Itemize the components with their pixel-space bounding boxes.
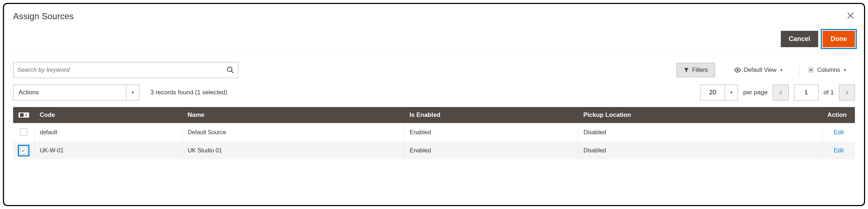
columns-label: Columns — [817, 67, 840, 73]
edit-link[interactable]: Edit — [834, 129, 844, 135]
assign-sources-modal: Assign Sources Cancel Done Filters — [3, 3, 865, 206]
actions-dropdown[interactable]: Actions ▼ — [13, 85, 140, 101]
chevron-down-icon: ▼ — [25, 113, 28, 117]
modal-header: Assign Sources — [13, 11, 855, 21]
toolbar-right: Filters Default View ▼ Columns ▼ — [677, 63, 855, 77]
header-pickup[interactable]: Pickup Location — [578, 107, 822, 123]
search-box[interactable] — [13, 62, 238, 78]
next-page-button[interactable] — [839, 85, 855, 101]
chevron-down-icon: ▼ — [843, 68, 847, 72]
per-page-label: per page — [743, 89, 767, 96]
actions-label: Actions — [13, 85, 126, 100]
cell-pickup: Disabled — [578, 142, 822, 159]
header-action: Action — [822, 107, 855, 123]
row-checkbox[interactable] — [20, 147, 27, 154]
modal-title: Assign Sources — [13, 11, 74, 21]
row-checkbox[interactable] — [20, 128, 27, 135]
header-name[interactable]: Name — [182, 107, 404, 123]
cell-code: UK-W-01 — [35, 142, 182, 159]
search-icon[interactable] — [226, 66, 234, 74]
filters-button[interactable]: Filters — [677, 63, 715, 77]
default-view-dropdown[interactable]: Default View ▼ — [726, 63, 791, 77]
svg-point-2 — [736, 69, 738, 71]
done-button[interactable]: Done — [823, 31, 855, 47]
page-size-input[interactable] — [700, 85, 725, 101]
records-count: 3 records found (1 selected) — [150, 89, 227, 96]
cell-enabled: Enabled — [404, 142, 578, 159]
svg-line-1 — [231, 71, 234, 73]
cancel-button[interactable]: Cancel — [781, 31, 818, 47]
header-enabled[interactable]: Is Enabled — [404, 107, 578, 123]
filters-label: Filters — [692, 67, 708, 73]
chevron-down-icon: ▼ — [779, 68, 783, 72]
gear-icon — [808, 67, 814, 73]
select-all-header[interactable]: ▼ — [13, 107, 35, 123]
edit-link[interactable]: Edit — [834, 147, 844, 153]
chevron-down-icon: ▼ — [725, 85, 738, 101]
checkbox-indicator-icon — [20, 113, 24, 117]
search-input[interactable] — [17, 66, 226, 74]
page-size-select[interactable]: ▼ — [700, 85, 738, 101]
cell-enabled: Enabled — [404, 123, 578, 142]
toolbar-search-row: Filters Default View ▼ Columns ▼ — [13, 62, 855, 78]
sources-grid: ▼ Code Name Is Enabled Pickup Location A… — [13, 107, 855, 159]
grid-header-row: ▼ Code Name Is Enabled Pickup Location A… — [13, 107, 855, 123]
cell-name: UK Studio 01 — [182, 142, 404, 159]
eye-icon — [734, 66, 741, 74]
select-all-checkbox[interactable]: ▼ — [19, 112, 29, 118]
button-bar: Cancel Done — [13, 28, 855, 54]
of-label: of 1 — [824, 89, 834, 96]
table-row: UK-W-01UK Studio 01EnabledDisabledEdit — [13, 142, 855, 159]
table-row: defaultDefault SourceEnabledDisabledEdit — [13, 123, 855, 142]
funnel-icon — [683, 67, 689, 73]
cell-code: default — [35, 123, 182, 142]
svg-point-3 — [810, 69, 812, 71]
prev-page-button[interactable] — [773, 85, 789, 101]
close-icon[interactable] — [846, 11, 855, 20]
cell-name: Default Source — [182, 123, 404, 142]
cell-pickup: Disabled — [578, 123, 822, 142]
chevron-down-icon: ▼ — [126, 85, 139, 100]
columns-dropdown[interactable]: Columns ▼ — [799, 63, 855, 77]
default-view-label: Default View — [744, 67, 777, 73]
svg-point-0 — [227, 67, 232, 72]
toolbar2-left: Actions ▼ 3 records found (1 selected) — [13, 85, 227, 101]
toolbar-actions-row: Actions ▼ 3 records found (1 selected) ▼… — [13, 85, 855, 101]
header-code[interactable]: Code — [35, 107, 182, 123]
current-page-input[interactable] — [794, 85, 819, 101]
pagination: ▼ per page of 1 — [700, 85, 855, 101]
